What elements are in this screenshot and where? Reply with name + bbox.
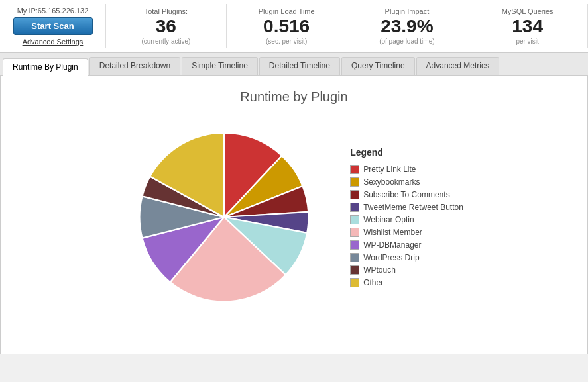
stat-total-plugins: Total Plugins: 36 (currently active) xyxy=(106,4,227,48)
stat-sublabel-2: (of page load time) xyxy=(379,38,434,45)
legend-label-2: Subscribe To Comments xyxy=(363,190,450,199)
legend-color-8 xyxy=(350,265,359,275)
legend-item-6: WP-DBManager xyxy=(350,240,463,250)
stat-label-1: Plugin Load Time xyxy=(259,7,315,15)
stat-value-2: 23.9% xyxy=(381,15,433,38)
legend-item-1: Sexybookmarks xyxy=(350,177,463,187)
stat-sublabel-0: (currently active) xyxy=(141,38,190,45)
pie-chart xyxy=(125,118,323,316)
chart-title: Runtime by Plugin xyxy=(14,89,574,105)
legend-label-4: Webinar Optin xyxy=(363,215,414,224)
legend-label-9: Other xyxy=(363,278,383,287)
legend-color-5 xyxy=(350,228,359,237)
legend-item-2: Subscribe To Comments xyxy=(350,190,463,199)
stat-label-3: MySQL Queries xyxy=(502,7,554,15)
ip-section: My IP:65.165.226.132 Start Scan Advanced… xyxy=(0,4,106,48)
tab-bar: Runtime By Plugin Detailed Breakdown Sim… xyxy=(0,53,588,76)
legend-label-5: Wishlist Member xyxy=(363,228,422,237)
chart-area: Legend Pretty Link Lite Sexybookmarks Su… xyxy=(14,118,574,316)
legend-label-1: Sexybookmarks xyxy=(363,177,420,187)
stat-label-0: Total Plugins: xyxy=(145,7,188,15)
tab-query-timeline[interactable]: Query Timeline xyxy=(341,57,415,75)
tab-advanced-metrics[interactable]: Advanced Metrics xyxy=(416,57,499,75)
legend-color-3 xyxy=(350,203,359,212)
legend-label-0: Pretty Link Lite xyxy=(363,165,416,174)
legend-item-9: Other xyxy=(350,278,463,287)
stat-value-1: 0.516 xyxy=(263,15,310,38)
stat-value-3: 134 xyxy=(512,15,543,38)
legend-item-4: Webinar Optin xyxy=(350,215,463,224)
legend-color-6 xyxy=(350,240,359,250)
legend-item-0: Pretty Link Lite xyxy=(350,165,463,174)
ip-label: My IP:65.165.226.132 xyxy=(17,7,89,15)
legend-item-7: WordPress Drip xyxy=(350,253,463,262)
advanced-settings-link[interactable]: Advanced Settings xyxy=(23,38,84,46)
tab-detailed-breakdown[interactable]: Detailed Breakdown xyxy=(89,57,180,75)
tab-simple-timeline[interactable]: Simple Timeline xyxy=(182,57,258,75)
legend-label-6: WP-DBManager xyxy=(363,240,421,250)
stat-label-2: Plugin Impact xyxy=(385,7,430,15)
pie-chart-container xyxy=(125,118,323,316)
legend-label-7: WordPress Drip xyxy=(363,253,419,262)
legend-item-3: TweetMeme Retweet Button xyxy=(350,203,463,212)
stat-plugin-load-time: Plugin Load Time 0.516 (sec. per visit) xyxy=(227,4,347,48)
legend-title: Legend xyxy=(350,147,463,158)
stat-value-0: 36 xyxy=(156,15,176,38)
stat-mysql-queries: MySQL Queries 134 per visit xyxy=(467,4,588,48)
legend-color-4 xyxy=(350,215,359,224)
start-scan-button[interactable]: Start Scan xyxy=(13,17,93,35)
legend-item-5: Wishlist Member xyxy=(350,228,463,237)
legend-color-0 xyxy=(350,165,359,174)
legend: Legend Pretty Link Lite Sexybookmarks Su… xyxy=(350,147,463,287)
tab-runtime-by-plugin[interactable]: Runtime By Plugin xyxy=(3,58,88,76)
legend-label-8: WPtouch xyxy=(363,265,396,275)
stat-plugin-impact: Plugin Impact 23.9% (of page load time) xyxy=(347,4,468,48)
legend-color-2 xyxy=(350,190,359,199)
header: My IP:65.165.226.132 Start Scan Advanced… xyxy=(0,0,588,53)
stat-sublabel-3: per visit xyxy=(516,38,538,45)
legend-color-9 xyxy=(350,278,359,287)
stat-sublabel-1: (sec. per visit) xyxy=(266,38,307,45)
legend-item-8: WPtouch xyxy=(350,265,463,275)
tab-detailed-timeline[interactable]: Detailed Timeline xyxy=(259,57,340,75)
legend-color-7 xyxy=(350,253,359,262)
legend-label-3: TweetMeme Retweet Button xyxy=(363,203,463,212)
legend-color-1 xyxy=(350,177,359,187)
main-content: Runtime by Plugin Legend Pretty Link Lit… xyxy=(0,76,588,354)
